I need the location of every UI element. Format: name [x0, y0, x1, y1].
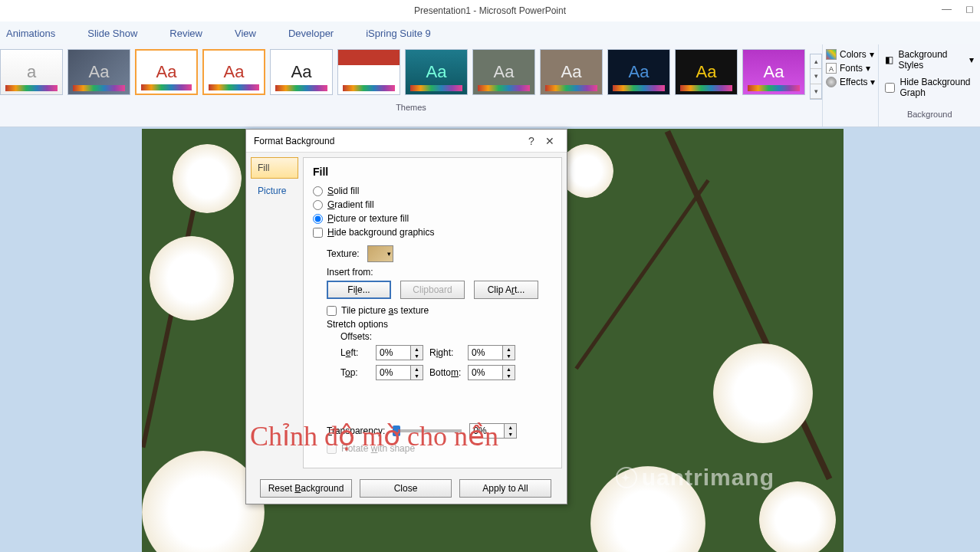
clipboard-button: Clipboard [400, 281, 465, 299]
window-titlebar: Presentation1 - Microsoft PowerPoint — ◻ [0, 0, 980, 21]
dialog-nav: Fill Picture [251, 157, 298, 468]
theme-scroll[interactable]: ▴▾▾ [810, 54, 822, 100]
theme-thumb[interactable]: Aa [337, 49, 400, 95]
theme-thumb[interactable]: Aa [202, 49, 265, 95]
offset-bottom-input[interactable]: ▲▼ [468, 365, 521, 380]
background-styles-menu[interactable]: ◧Background Styles ▾ [885, 49, 974, 71]
nav-fill[interactable]: Fill [251, 157, 298, 179]
offset-bottom-label: Bottom: [429, 367, 468, 378]
fonts-menu[interactable]: AFonts ▾ [826, 63, 875, 74]
tab-review[interactable]: Review [168, 25, 204, 42]
tab-developer[interactable]: Developer [287, 25, 335, 42]
theme-options-panel: Colors ▾ AFonts ▾ Effects ▾ [822, 44, 878, 127]
clipart-button[interactable]: Clip Art... [474, 281, 538, 299]
offset-top-label: Top: [340, 367, 376, 378]
dialog-close-button[interactable]: ✕ [541, 135, 559, 147]
ribbon: a Aa Aa Aa Aa Aa Aa Aa Aa Aa Aa Aa ▴▾▾ T… [0, 44, 980, 127]
format-background-dialog: Format Background ? ✕ Fill Picture Fill … [245, 129, 567, 504]
dialog-content: Fill Solid fill Gradient fill Picture or… [303, 157, 562, 468]
check-rotate-with-shape: Rotate with shape [327, 443, 552, 454]
bulb-icon: ✦ [616, 467, 637, 488]
reset-background-button[interactable]: Reset Background [260, 479, 352, 498]
tab-ispring[interactable]: iSpring Suite 9 [364, 25, 432, 42]
window-title: Presentation1 - Microsoft PowerPoint [414, 5, 566, 16]
theme-thumb[interactable]: Aa [675, 49, 738, 95]
theme-thumb[interactable]: Aa [270, 49, 333, 95]
file-button[interactable]: File... [327, 281, 391, 299]
dialog-footer: Reset Background Close Apply to All [246, 473, 567, 504]
offset-top-input[interactable]: ▲▼ [376, 365, 429, 380]
check-hide-bg-graphics[interactable]: Hide background graphics [313, 227, 552, 238]
dialog-title: Format Background [254, 136, 334, 146]
offset-right-label: Right: [429, 347, 468, 358]
offset-right-input[interactable]: ▲▼ [468, 345, 521, 360]
theme-thumb[interactable]: Aa [472, 49, 535, 95]
theme-thumb[interactable]: Aa [67, 49, 130, 95]
watermark: ✦ uantrimang [616, 465, 774, 491]
dialog-titlebar: Format Background ? ✕ [246, 130, 567, 153]
radio-solid-fill[interactable]: Solid fill [313, 186, 552, 196]
transparency-input[interactable]: ▲▼ [469, 423, 517, 439]
colors-menu[interactable]: Colors ▾ [826, 49, 875, 60]
radio-gradient-fill[interactable]: Gradient fill [313, 199, 552, 210]
offset-left-label: Left: [340, 347, 376, 358]
close-button[interactable]: Close [360, 479, 452, 498]
texture-label: Texture: [327, 248, 360, 259]
offset-left-input[interactable]: ▲▼ [376, 345, 429, 360]
theme-thumb[interactable]: Aa [405, 49, 468, 95]
dialog-help-button[interactable]: ? [522, 135, 541, 147]
transparency-slider[interactable] [393, 429, 462, 432]
nav-picture[interactable]: Picture [251, 180, 298, 202]
maximize-button[interactable]: ◻ [965, 3, 974, 15]
offsets-label: Offsets: [340, 331, 552, 342]
background-styles-icon: ◧ [885, 54, 893, 65]
fill-heading: Fill [313, 166, 552, 178]
themes-group: a Aa Aa Aa Aa Aa Aa Aa Aa Aa Aa Aa ▴▾▾ T… [0, 44, 822, 127]
transparency-label: Transparency: [327, 426, 385, 436]
minimize-button[interactable]: — [942, 3, 952, 15]
themes-group-label: Themes [0, 100, 822, 115]
insert-from-label: Insert from: [327, 267, 552, 278]
ribbon-tabs: Animations Slide Show Review View Develo… [0, 21, 980, 44]
theme-thumb[interactable]: a [0, 49, 63, 95]
stretch-options-label: Stretch options [327, 319, 552, 330]
texture-picker[interactable] [367, 245, 393, 262]
apply-to-all-button[interactable]: Apply to All [459, 479, 551, 498]
tab-slideshow[interactable]: Slide Show [86, 25, 139, 42]
theme-thumb[interactable]: Aa [742, 49, 805, 95]
background-panel: ◧Background Styles ▾ Hide Background Gra… [878, 44, 980, 127]
background-group-label: Background [885, 107, 974, 122]
theme-thumb[interactable]: Aa [607, 49, 670, 95]
check-tile-picture[interactable]: Tile picture as texture [327, 305, 552, 316]
hide-bg-graphics-check[interactable]: Hide Background Graph [885, 77, 974, 98]
effects-menu[interactable]: Effects ▾ [826, 77, 875, 87]
tab-view[interactable]: View [233, 25, 258, 42]
radio-picture-fill[interactable]: Picture or texture fill [313, 213, 552, 224]
theme-thumb-selected[interactable]: Aa [135, 49, 198, 95]
theme-thumb[interactable]: Aa [540, 49, 603, 95]
tab-animations[interactable]: Animations [5, 25, 57, 42]
